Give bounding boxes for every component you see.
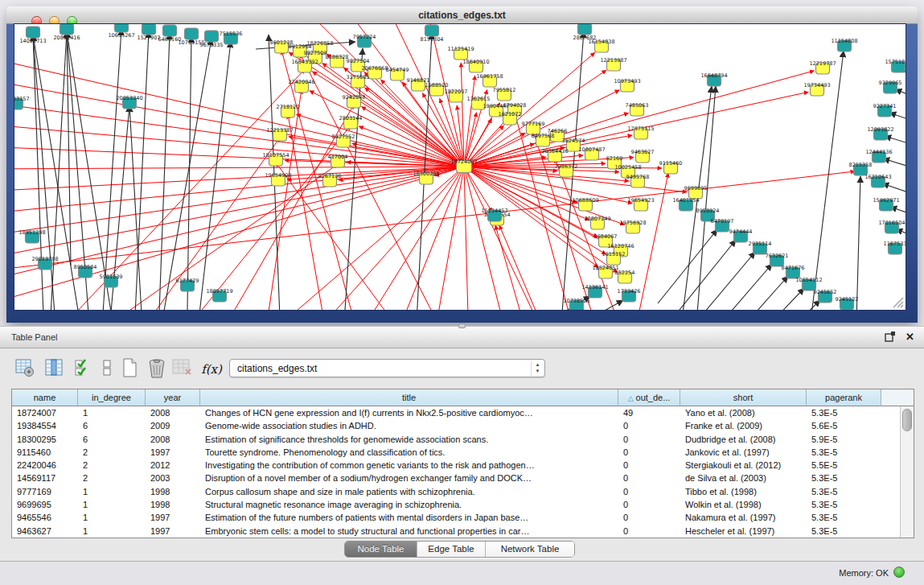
network-node-teal[interactable]: 1167533 bbox=[884, 241, 906, 255]
network-node-teal[interactable]: 29013798 bbox=[31, 256, 58, 270]
network-node-teal[interactable]: 16648794 bbox=[700, 72, 727, 87]
table-row[interactable]: 1938455462009Genome-wide association stu… bbox=[12, 419, 901, 432]
cell-short[interactable]: Stergiakouli et al. (2012) bbox=[680, 459, 807, 472]
table-row[interactable]: 2242004622012Investigating the contribut… bbox=[12, 459, 901, 472]
network-node-teal[interactable]: 20053340 bbox=[116, 95, 142, 109]
cell-out_de[interactable]: 0 bbox=[618, 485, 680, 498]
cell-title[interactable]: Structural magnetic resonance image aver… bbox=[200, 498, 618, 511]
scrollbar-thumb[interactable] bbox=[902, 409, 912, 431]
cell-in_degree[interactable]: 2 bbox=[78, 446, 146, 459]
network-node-yellow[interactable]: 8454749 bbox=[386, 67, 409, 81]
network-node-teal[interactable]: 2887682 bbox=[573, 24, 597, 41]
network-node-teal[interactable]: 1527907 bbox=[138, 24, 161, 41]
cell-name[interactable]: 18300295 bbox=[12, 433, 78, 446]
close-panel-icon[interactable]: ✕ bbox=[906, 332, 914, 343]
new-column-button[interactable] bbox=[119, 358, 140, 380]
cell-year[interactable]: 2008 bbox=[146, 433, 200, 446]
network-node-teal[interactable]: 9245122 bbox=[836, 296, 859, 311]
edge[interactable] bbox=[464, 167, 632, 204]
network-node-teal[interactable]: 7957224 bbox=[353, 34, 376, 48]
network-node-yellow[interactable]: 8186328 bbox=[326, 54, 349, 68]
cell-year[interactable]: 1998 bbox=[146, 485, 200, 498]
network-node-yellow[interactable]: 16961758 bbox=[476, 73, 503, 88]
tab-node-table[interactable]: Node Table bbox=[345, 542, 417, 557]
cell-pagerank[interactable]: 5.3E-5 bbox=[807, 446, 881, 459]
column-header-short[interactable]: short bbox=[680, 389, 807, 406]
cell-title[interactable]: Estimation of significance thresholds fo… bbox=[200, 433, 618, 446]
edge[interactable] bbox=[14, 167, 464, 169]
cell-pagerank[interactable]: 5.6E-5 bbox=[807, 419, 881, 432]
edge[interactable] bbox=[281, 50, 360, 310]
edge[interactable] bbox=[129, 105, 142, 310]
edge[interactable] bbox=[304, 167, 464, 310]
edge[interactable] bbox=[757, 288, 804, 310]
network-node-yellow[interactable]: 1621072 bbox=[499, 111, 522, 126]
canvas-resize-grip[interactable] bbox=[890, 295, 905, 309]
network-node-yellow[interactable]: 19654923 bbox=[627, 197, 654, 212]
cell-name[interactable]: 9699695 bbox=[12, 498, 78, 511]
cell-in_degree[interactable]: 6 bbox=[78, 419, 146, 432]
edge[interactable] bbox=[856, 176, 860, 310]
cell-name[interactable]: 9463627 bbox=[12, 525, 78, 538]
cell-year[interactable]: 2003 bbox=[146, 472, 200, 484]
cell-year[interactable]: 2009 bbox=[146, 419, 200, 432]
network-canvas[interactable]: 8601238891295418226058982750916543392818… bbox=[14, 24, 906, 310]
cell-title[interactable]: Genome-wide association studies in ADHD. bbox=[200, 419, 618, 432]
network-node-yellow[interactable]: 18640910 bbox=[462, 59, 489, 73]
edge[interactable] bbox=[464, 167, 492, 212]
network-node-teal[interactable]: 18951298 bbox=[18, 229, 45, 244]
network-node-yellow[interactable]: 18300295 bbox=[413, 171, 439, 185]
cell-short[interactable]: Yano et al. (2008) bbox=[680, 406, 807, 419]
edge[interactable] bbox=[464, 167, 469, 310]
cell-pagerank[interactable]: 5.3E-5 bbox=[807, 498, 881, 511]
edge[interactable] bbox=[392, 167, 464, 310]
network-node-yellow[interactable]: 1615152 bbox=[602, 251, 626, 266]
cell-name[interactable]: 9465546 bbox=[12, 511, 78, 524]
cell-year[interactable]: 2012 bbox=[146, 459, 200, 472]
network-node-yellow[interactable]: 12975115 bbox=[627, 126, 654, 140]
network-node-yellow[interactable]: 852254 bbox=[615, 270, 635, 284]
column-header-name[interactable]: name bbox=[12, 389, 78, 406]
network-node-teal[interactable]: 1733426 bbox=[618, 288, 641, 303]
cell-pagerank[interactable]: 5.3E-5 bbox=[807, 472, 881, 484]
edge[interactable] bbox=[14, 146, 464, 167]
window-titlebar[interactable]: citations_edges.txt bbox=[6, 6, 918, 24]
network-node-teal[interactable]: 20891416 bbox=[53, 24, 80, 41]
network-node-teal[interactable]: 9227341 bbox=[873, 103, 897, 117]
network-node-yellow[interactable]: 9463627 bbox=[631, 149, 655, 163]
network-node-yellow[interactable]: 10973493 bbox=[614, 78, 640, 93]
table-row[interactable]: 1830029562008Estimation of significance … bbox=[12, 433, 901, 446]
table-row[interactable]: 946362711997Embryonic stem cells: a mode… bbox=[12, 525, 901, 538]
network-node-teal[interactable]: 5901539 bbox=[100, 274, 123, 288]
network-node-yellow[interactable]: 12219787 bbox=[809, 60, 836, 75]
network-node-teal[interactable]: 6177429 bbox=[176, 278, 199, 292]
select-columns-button[interactable] bbox=[72, 358, 93, 380]
cell-title[interactable]: Disruption of a novel member of a sodium… bbox=[200, 472, 618, 484]
cell-out_de[interactable]: 0 bbox=[618, 459, 680, 472]
cell-in_degree[interactable]: 2 bbox=[78, 472, 146, 484]
edge[interactable] bbox=[135, 138, 280, 310]
table-row[interactable]: 977716911998Corpus callosum shape and si… bbox=[12, 485, 901, 498]
cell-out_de[interactable]: 0 bbox=[618, 446, 680, 459]
edge[interactable] bbox=[14, 167, 464, 306]
table-row[interactable]: 946554611997Estimation of the future num… bbox=[12, 511, 901, 524]
edge[interactable] bbox=[883, 159, 906, 169]
cell-in_degree[interactable]: 6 bbox=[78, 433, 146, 446]
network-node-yellow[interactable]: 11125419 bbox=[447, 46, 474, 60]
cell-short[interactable]: Jankovic et al. (1997) bbox=[680, 446, 807, 459]
vertical-scrollbar[interactable] bbox=[900, 406, 914, 538]
network-node-yellow[interactable]: 10807487 bbox=[578, 146, 605, 161]
tab-network-table[interactable]: Network Table bbox=[486, 542, 574, 557]
network-node-yellow[interactable]: 19734493 bbox=[803, 82, 830, 97]
edge[interactable] bbox=[464, 167, 509, 310]
edge[interactable] bbox=[777, 300, 820, 310]
cell-pagerank[interactable]: 5.3E-5 bbox=[807, 485, 881, 498]
column-header-out_de[interactable]: △out_de... bbox=[618, 389, 680, 406]
cell-name[interactable]: 22420046 bbox=[12, 459, 78, 472]
cell-pagerank[interactable]: 5.3E-5 bbox=[807, 511, 881, 524]
cell-title[interactable]: Tourette syndrome. Phenomenology and cla… bbox=[200, 446, 618, 459]
edge[interactable] bbox=[433, 167, 464, 310]
cell-title[interactable]: Changes of HCN gene expression and I(f) … bbox=[200, 406, 618, 419]
cell-in_degree[interactable]: 1 bbox=[78, 498, 146, 511]
network-node-yellow[interactable]: 9115460 bbox=[659, 160, 683, 175]
